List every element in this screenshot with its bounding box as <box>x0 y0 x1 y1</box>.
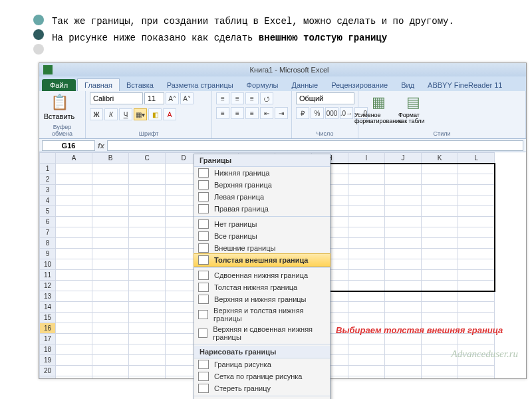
cell[interactable] <box>348 259 385 270</box>
cell[interactable] <box>129 355 166 366</box>
align-top-button[interactable]: ≡ <box>216 92 229 104</box>
tab-page-layout[interactable]: Разметка страницы <box>160 79 240 91</box>
row-header[interactable]: 21 <box>40 376 56 379</box>
cell[interactable] <box>56 313 92 323</box>
indent-inc-button[interactable]: ⇥ <box>275 107 288 119</box>
border-option[interactable]: Верхняя и сдвоенная нижняя границы <box>194 324 330 342</box>
cell[interactable] <box>129 238 166 249</box>
number-format-combo[interactable]: Общий <box>296 92 354 104</box>
cell[interactable] <box>129 376 166 379</box>
row-header[interactable]: 15 <box>40 313 56 323</box>
cell[interactable] <box>348 302 385 313</box>
cell[interactable] <box>92 249 129 259</box>
cell[interactable] <box>385 313 422 323</box>
formula-bar[interactable] <box>107 140 523 151</box>
cell[interactable] <box>129 323 166 334</box>
cell[interactable] <box>56 238 92 249</box>
cell[interactable] <box>348 376 385 379</box>
align-middle-button[interactable]: ≡ <box>231 92 244 104</box>
font-name-combo[interactable]: Calibri <box>90 92 143 104</box>
cell[interactable] <box>422 313 458 323</box>
cell[interactable] <box>385 206 422 217</box>
row-header[interactable]: 18 <box>40 344 56 355</box>
cell[interactable] <box>385 217 422 227</box>
border-option[interactable]: Правая граница <box>194 203 330 215</box>
cell[interactable] <box>129 302 166 313</box>
cell[interactable] <box>129 249 166 259</box>
cell[interactable] <box>422 238 458 249</box>
col-header[interactable]: K <box>422 153 458 164</box>
cell[interactable] <box>129 259 166 270</box>
cell[interactable] <box>129 217 166 227</box>
cell[interactable] <box>385 185 422 196</box>
cell[interactable] <box>348 164 385 174</box>
cell[interactable] <box>458 217 495 227</box>
name-box[interactable] <box>42 140 95 151</box>
row-header[interactable]: 4 <box>40 196 56 206</box>
grow-font-button[interactable]: A˄ <box>166 92 179 104</box>
cell[interactable] <box>458 164 495 174</box>
cell[interactable] <box>129 344 166 355</box>
align-left-button[interactable]: ≡ <box>216 107 229 119</box>
cell[interactable] <box>56 334 92 344</box>
cell[interactable] <box>56 249 92 259</box>
cell[interactable] <box>56 196 92 206</box>
cell[interactable] <box>385 227 422 238</box>
tab-data[interactable]: Данные <box>285 79 325 91</box>
cell[interactable] <box>56 281 92 291</box>
cell[interactable] <box>348 249 385 259</box>
cell[interactable] <box>458 302 495 313</box>
file-tab[interactable]: Файл <box>42 79 76 91</box>
cell[interactable] <box>56 217 92 227</box>
border-option[interactable]: Левая граница <box>194 191 330 203</box>
cell[interactable] <box>348 206 385 217</box>
tab-view[interactable]: Вид <box>394 79 421 91</box>
bold-button[interactable]: Ж <box>90 108 103 120</box>
cell[interactable] <box>56 206 92 217</box>
border-draw-option[interactable]: Сетка по границе рисунка <box>194 370 330 382</box>
cell[interactable] <box>348 270 385 281</box>
cell[interactable] <box>458 185 495 196</box>
comma-button[interactable]: 000 <box>325 107 338 119</box>
row-header[interactable]: 19 <box>40 355 56 366</box>
cell[interactable] <box>56 185 92 196</box>
cell[interactable] <box>92 164 129 174</box>
border-draw-option[interactable]: Стереть границу <box>194 382 330 394</box>
cell[interactable] <box>458 196 495 206</box>
align-right-button[interactable]: ≡ <box>245 107 259 119</box>
align-center-button[interactable]: ≡ <box>231 107 244 119</box>
cell[interactable] <box>92 238 129 249</box>
orientation-button[interactable]: ⭯ <box>260 92 273 104</box>
tab-abbyy[interactable]: ABBYY FineReader 11 <box>421 79 509 91</box>
cell[interactable] <box>422 376 458 379</box>
cell[interactable] <box>348 366 385 376</box>
cell[interactable] <box>422 259 458 270</box>
percent-button[interactable]: % <box>311 107 324 119</box>
cell[interactable] <box>458 270 495 281</box>
cell[interactable] <box>92 185 129 196</box>
fill-color-button[interactable]: ◧ <box>148 108 162 120</box>
cell[interactable] <box>385 376 422 379</box>
cell[interactable] <box>385 281 422 291</box>
cell[interactable] <box>56 291 92 302</box>
row-header[interactable]: 10 <box>40 259 56 270</box>
tab-formulas[interactable]: Формулы <box>240 79 285 91</box>
cell[interactable] <box>129 206 166 217</box>
cell[interactable] <box>56 259 92 270</box>
tab-insert[interactable]: Вставка <box>120 79 160 91</box>
cell[interactable] <box>56 174 92 185</box>
cell[interactable] <box>422 281 458 291</box>
cell[interactable] <box>348 227 385 238</box>
cell[interactable] <box>56 302 92 313</box>
cell[interactable] <box>458 281 495 291</box>
col-header[interactable]: B <box>92 153 129 164</box>
underline-button[interactable]: Ч <box>119 108 132 120</box>
cell[interactable] <box>92 227 129 238</box>
cell[interactable] <box>422 217 458 227</box>
cell[interactable] <box>348 355 385 366</box>
borders-button[interactable]: ▦▾ <box>134 108 147 120</box>
cell[interactable] <box>385 238 422 249</box>
cell[interactable] <box>458 206 495 217</box>
cell[interactable] <box>92 313 129 323</box>
cell[interactable] <box>92 281 129 291</box>
